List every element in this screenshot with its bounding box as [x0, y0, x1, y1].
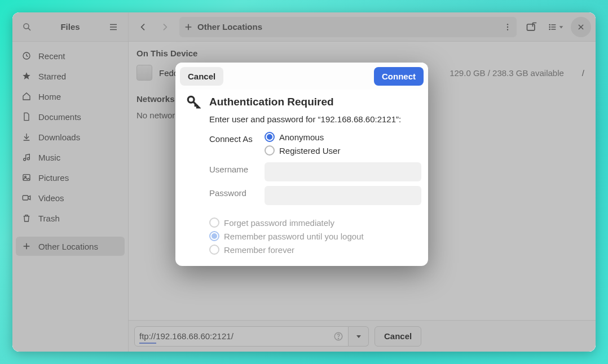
auth-dialog: Cancel Connect Authentication Required E… — [175, 63, 428, 266]
password-row: Password — [182, 186, 421, 205]
radio-indicator — [209, 245, 219, 255]
radio-indicator — [209, 231, 219, 241]
dialog-cancel-button[interactable]: Cancel — [180, 67, 223, 86]
dialog-title-row: Authentication Required — [182, 92, 421, 114]
pw-option-session[interactable]: Remember password until you logout — [209, 231, 421, 241]
radio-registered[interactable]: Registered User — [265, 145, 340, 156]
username-label: Username — [209, 162, 265, 181]
pw-option-forget[interactable]: Forget password immediately — [209, 217, 421, 228]
key-icon — [186, 94, 201, 110]
dialog-header: Cancel Connect — [175, 63, 428, 90]
connect-as-label: Connect As — [209, 132, 265, 156]
radio-indicator — [209, 217, 219, 228]
radio-label: Registered User — [279, 146, 340, 156]
radio-indicator — [265, 132, 275, 142]
radio-anonymous[interactable]: Anonymous — [265, 132, 340, 142]
password-label: Password — [209, 186, 265, 205]
password-input[interactable] — [265, 186, 421, 205]
radio-label: Anonymous — [279, 132, 324, 142]
connect-as-group: Anonymous Registered User — [265, 132, 340, 156]
username-input[interactable] — [265, 162, 421, 181]
dialog-subtitle: Enter user and password for “192.168.68.… — [182, 114, 421, 124]
radio-indicator — [265, 145, 275, 156]
password-remember-options: Forget password immediately Remember pas… — [182, 217, 421, 255]
dialog-connect-button[interactable]: Connect — [374, 67, 424, 86]
radio-label: Forget password immediately — [224, 218, 334, 228]
username-row: Username — [182, 162, 421, 181]
connect-as-row: Connect As Anonymous Registered User — [182, 132, 421, 156]
dialog-body: Authentication Required Enter user and p… — [175, 90, 428, 266]
dialog-title: Authentication Required — [209, 96, 334, 108]
radio-label: Remember password until you logout — [224, 232, 364, 241]
pw-option-forever[interactable]: Remember forever — [209, 245, 421, 255]
radio-label: Remember forever — [224, 245, 294, 255]
